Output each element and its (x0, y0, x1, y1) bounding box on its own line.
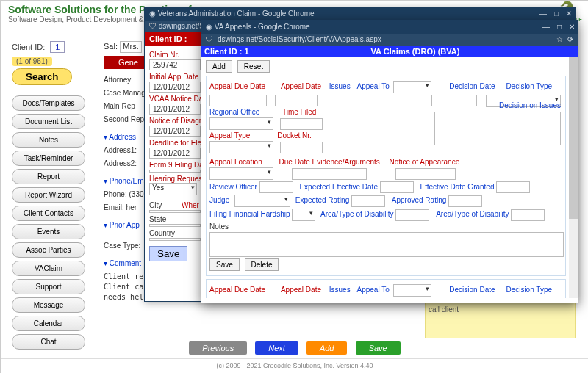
appeal-to-label: Appeal To (356, 82, 389, 90)
docs-templates-button[interactable]: Docs/Templates (12, 95, 85, 111)
close-icon[interactable]: ✕ (569, 21, 575, 34)
star-icon[interactable]: ☆ (556, 34, 563, 46)
area-type-disability-input-1[interactable] (395, 209, 429, 221)
form9-input[interactable] (149, 170, 201, 173)
decision-date-label-2: Decision Date (449, 286, 495, 294)
financial-hardship-select[interactable] (292, 209, 315, 221)
next-button[interactable]: Next (255, 341, 298, 355)
client-id-value[interactable]: 1 (50, 41, 65, 53)
review-officer-input[interactable] (259, 181, 293, 193)
message-button[interactable]: Message (12, 297, 85, 313)
notice-appearance-label: Notice of Appearance (390, 158, 460, 166)
report-button[interactable]: Report (12, 169, 85, 184)
judge-label: Judge (209, 196, 229, 204)
search-button[interactable]: Search (12, 68, 72, 85)
appeal-due-date-input[interactable] (209, 95, 267, 106)
email-label: Email: (104, 203, 124, 211)
previous-button[interactable]: Previous (189, 341, 247, 355)
notes-textarea[interactable] (209, 232, 564, 257)
va-appeals-titlebar[interactable]: ◉ VA Appeals - Google Chrome — □ ✕ (201, 21, 578, 34)
decision-date-label: Decision Date (449, 82, 495, 90)
document-list-button[interactable]: Document List (12, 114, 85, 129)
due-date-evidence-input[interactable] (292, 168, 367, 180)
client-id-label: Client ID: 1 (12, 41, 93, 53)
notes-button[interactable]: Notes (12, 132, 85, 148)
city-input[interactable] (149, 210, 201, 213)
client-id-bar-blue: Client ID : 1 VA Claims (DRO) (BVA) (201, 46, 578, 57)
issues-label-2: Issues (329, 286, 351, 294)
appeal-due-date-label: Appeal Due Date (209, 82, 265, 90)
regional-office-label: Regional Office (209, 108, 259, 116)
appeal-to-select[interactable] (393, 81, 431, 93)
bottom-nav: Previous Next Add Save (1, 341, 588, 355)
panel-delete-button[interactable]: Delete (245, 258, 279, 271)
regional-office-select[interactable] (209, 117, 273, 130)
assoc-parties-button[interactable]: Assoc Parties (12, 242, 85, 258)
client-contacts-button[interactable]: Client Contacts (12, 206, 85, 221)
approved-rating-input[interactable] (448, 195, 482, 207)
initial-app-date-input[interactable]: 12/01/2012 (149, 82, 201, 93)
notes-label: Notes (209, 222, 229, 231)
support-button[interactable]: Support (12, 279, 85, 294)
appeal-panel-2: Appeal Due Date Appeal Date Issues Appea… (206, 279, 566, 298)
appeal-location-select[interactable] (209, 167, 273, 180)
report-wizard-button[interactable]: Report Wizard (12, 187, 85, 203)
decision-date-input[interactable] (431, 95, 477, 106)
va-claim-save-button[interactable]: Save (149, 246, 187, 261)
review-officer-label: Review Officer (209, 183, 257, 191)
record-count-badge: (1 of 961) (12, 57, 52, 66)
events-button[interactable]: Events (12, 224, 85, 239)
expected-effective-date-input[interactable] (380, 181, 414, 193)
docket-nr-input[interactable] (280, 142, 323, 153)
va-appeals-url[interactable]: 🛡 dswings.net/SocialSecurity/Client/VAAp… (201, 34, 578, 46)
task-reminder-button[interactable]: Task/Reminder (12, 151, 85, 166)
claim-nr-input[interactable]: 259742 (149, 59, 201, 70)
vaclaim-button[interactable]: VAClaim (12, 261, 85, 276)
vcaa-date-input[interactable]: 12/01/2012 (149, 104, 201, 115)
calendar-button[interactable]: Calendar (12, 316, 85, 331)
maximize-icon[interactable]: □ (557, 21, 562, 34)
close-icon[interactable]: ✕ (566, 7, 572, 21)
judge-select[interactable] (234, 195, 290, 207)
state-input[interactable] (149, 224, 201, 227)
effective-date-granted-input[interactable] (496, 181, 530, 193)
appeal-type-select[interactable] (209, 141, 273, 153)
shield-icon: 🛡 (206, 34, 213, 46)
reset-button[interactable]: Reset (237, 60, 270, 73)
bottom-save-button[interactable]: Save (356, 341, 401, 355)
nod-input[interactable]: 12/01/2012 (149, 126, 201, 137)
decision-on-issues-input[interactable] (434, 112, 561, 145)
time-filed-label: Time Filed (282, 108, 316, 116)
city-label: City (149, 201, 162, 209)
approved-rating-label: Approved Rating (392, 196, 447, 204)
deadline-input[interactable]: 12/01/2012 (149, 148, 201, 159)
appeal-to-select-2[interactable] (393, 284, 431, 297)
scrollbar[interactable] (569, 57, 578, 298)
hearing-select[interactable]: Yes (149, 183, 197, 195)
va-claim-titlebar[interactable]: ◉ Veterans Administration Claim - Google… (145, 7, 575, 21)
due-date-evidence-label: Due Date Evidence/Arguments (279, 158, 380, 166)
sal-value[interactable]: Mrs. (120, 41, 142, 53)
maximize-icon[interactable]: □ (554, 7, 559, 21)
effective-date-granted-label: Effective Date Granted (420, 183, 495, 191)
notice-appearance-input[interactable] (395, 168, 456, 180)
reload-icon[interactable]: ⟳ (567, 34, 573, 46)
time-filed-input[interactable] (280, 118, 323, 130)
area-type-disability-label-1: Area/Type of Disability (320, 210, 394, 218)
appeal-to-label-2: Appeal To (356, 286, 389, 294)
sticky-note[interactable]: call client (425, 302, 576, 338)
panel-save-button[interactable]: Save (209, 258, 240, 271)
bottom-add-button[interactable]: Add (306, 341, 348, 355)
minimize-icon[interactable]: — (542, 21, 550, 34)
area-type-disability-input-2[interactable] (511, 209, 545, 221)
add-button[interactable]: Add (206, 60, 232, 73)
expected-rating-label: Expected Rating (295, 196, 349, 204)
country-input[interactable] (149, 238, 201, 241)
financial-hardship-label: Filing Financial Hardship (209, 210, 290, 218)
city-where-label: Wher (182, 201, 199, 209)
minimize-icon[interactable]: — (539, 7, 547, 21)
appeal-date-input[interactable] (275, 95, 318, 106)
expected-rating-input[interactable] (351, 195, 385, 207)
phone-value: (330 (129, 190, 143, 198)
expected-effective-date-label: Expected Effective Date (299, 183, 378, 191)
